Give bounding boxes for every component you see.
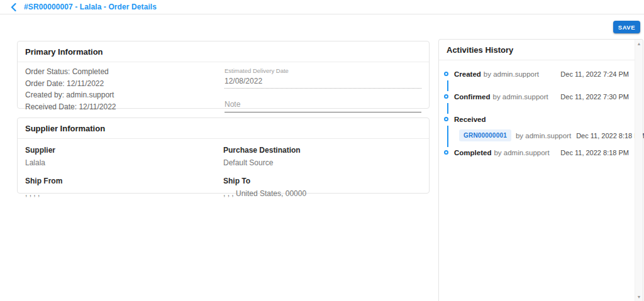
page-title: #SR00000007 - Lalala - Order Details [24, 3, 157, 11]
activity-actor: by admin.support [484, 70, 556, 78]
field-value: Default Source [223, 158, 421, 167]
supplier-field: Ship From, , , , [25, 177, 223, 198]
timeline-dot-icon [444, 117, 448, 121]
timeline-dot-icon [444, 72, 448, 76]
activity-item: ReceivedGRN00000001by admin.supportDec 1… [444, 116, 629, 141]
timeline-dot-icon [444, 94, 448, 99]
back-chevron-icon[interactable] [9, 2, 18, 12]
field-value: , , , , [25, 189, 223, 198]
primary-info-row: Order Status: Completed [25, 66, 223, 78]
timeline-connector [447, 80, 448, 91]
activities-history-panel: Activities History Createdby admin.suppo… [438, 39, 643, 301]
activity-item: Createdby admin.supportDec 11, 2022 7:24… [444, 70, 629, 78]
activity-timestamp: Dec 11, 2022 8:18 PM [560, 149, 629, 156]
note-input[interactable] [225, 98, 421, 112]
supplier-field: Ship To, , , United States, 00000 [223, 177, 421, 198]
activity-actor: by admin.support [516, 132, 571, 140]
supplier-information-title: Supplier Information [18, 118, 429, 139]
field-value: , , , United States, 00000 [223, 189, 421, 198]
activity-action: Received [454, 116, 486, 123]
app-header: #SR00000007 - Lalala - Order Details [0, 0, 644, 14]
activities-scrollbar[interactable]: ▲ ▼ [635, 40, 643, 301]
supplier-field: Purchase DestinationDefault Source [223, 146, 421, 167]
primary-info-row: Created by: admin.support [25, 89, 223, 101]
primary-info-rows: Order Status: CompletedOrder Date: 12/11… [25, 66, 223, 112]
save-button[interactable]: SAVE [613, 21, 640, 33]
scroll-up-icon[interactable]: ▲ [637, 40, 641, 48]
primary-info-row: Received Date: 12/11/2022 [25, 101, 223, 113]
activity-row: Received [454, 116, 629, 123]
primary-information-title: Primary Information [18, 41, 429, 62]
activities-timeline: Createdby admin.supportDec 11, 2022 7:24… [439, 60, 643, 156]
activity-row: Createdby admin.supportDec 11, 2022 7:24… [454, 70, 629, 78]
scroll-down-icon[interactable]: ▼ [637, 293, 641, 301]
activity-sub-row: GRN00000001by admin.supportDec 11, 2022 … [454, 129, 629, 141]
activity-timestamp: Dec 11, 2022 8:18 PM [576, 132, 644, 140]
estimated-delivery-label: Estimated Delivery Date [225, 67, 421, 74]
activity-item: Completedby admin.supportDec 11, 2022 8:… [444, 149, 629, 156]
field-value: Lalala [25, 158, 223, 167]
activity-action: Completed [454, 149, 491, 156]
activity-row: Confirmedby admin.supportDec 11, 2022 7:… [454, 93, 629, 101]
activity-timestamp: Dec 11, 2022 7:24 PM [560, 70, 629, 78]
grn-document-chip[interactable]: GRN00000001 [459, 129, 511, 141]
activity-action: Confirmed [454, 93, 491, 101]
primary-information-card: Primary Information Order Status: Comple… [17, 41, 430, 109]
activity-actor: by admin.support [493, 93, 556, 101]
activities-history-title: Activities History [439, 40, 643, 60]
supplier-fields: SupplierLalalaPurchase DestinationDefaul… [18, 139, 429, 198]
activity-row: Completedby admin.supportDec 11, 2022 8:… [454, 149, 629, 156]
activity-action: Created [454, 70, 481, 78]
field-label: Ship From [25, 177, 223, 185]
supplier-field: SupplierLalala [25, 146, 223, 167]
activity-actor: by admin.support [494, 149, 555, 156]
field-label: Purchase Destination [223, 146, 421, 155]
estimated-delivery-field[interactable]: 12/08/2022 [225, 77, 421, 89]
activity-item: Confirmedby admin.supportDec 11, 2022 7:… [444, 93, 629, 101]
supplier-information-card: Supplier Information SupplierLalalaPurch… [17, 118, 430, 194]
primary-info-row: Order Date: 12/11/2022 [25, 78, 223, 90]
timeline-dot-icon [444, 150, 448, 155]
timeline-connector [447, 126, 448, 147]
activity-timestamp: Dec 11, 2022 7:30 PM [560, 93, 629, 101]
field-label: Supplier [25, 146, 223, 155]
timeline-connector [447, 103, 448, 114]
field-label: Ship To [223, 177, 421, 185]
